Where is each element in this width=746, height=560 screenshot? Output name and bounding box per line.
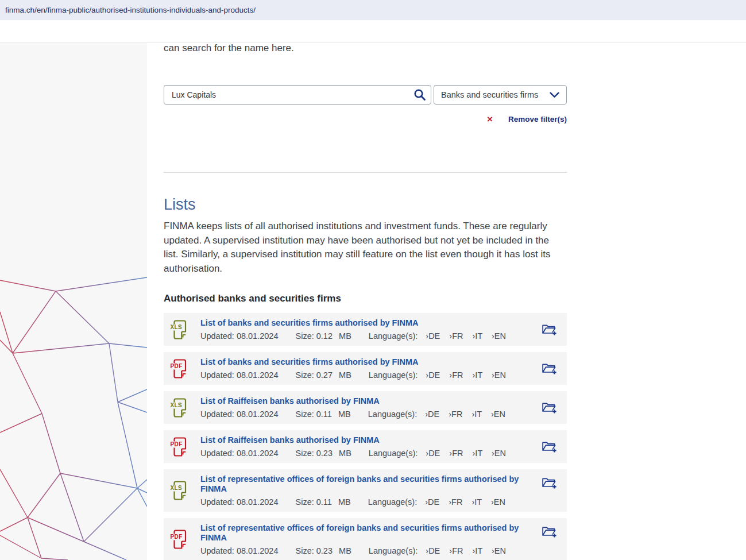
file-type-label: PDF — [171, 534, 183, 540]
pdf-file-icon: PDF — [170, 437, 188, 457]
search-button[interactable] — [411, 87, 429, 103]
size-value: 0.23 — [316, 449, 333, 458]
languages-label: Language(s): — [368, 497, 417, 507]
language-link-en[interactable]: ›EN — [492, 449, 506, 458]
language-link-fr[interactable]: ›FR — [449, 410, 462, 419]
size-unit: MB — [339, 370, 351, 380]
document-link[interactable]: List of representative offices of foreig… — [200, 474, 519, 494]
size-value: 0.12 — [316, 331, 333, 341]
file-list-item: PDF List of representative offices of fo… — [164, 518, 567, 560]
search-icon — [413, 88, 426, 101]
language-link-en[interactable]: ›EN — [492, 546, 506, 555]
updated-label: Updated: — [200, 497, 234, 507]
file-type-label: PDF — [171, 363, 183, 369]
file-type-label: XLS — [171, 485, 183, 491]
file-type-label: PDF — [171, 441, 183, 447]
file-list-item: PDF List of banks and securities firms a… — [164, 352, 567, 385]
folder-add-icon[interactable] — [542, 362, 556, 375]
file-list: XLS List of banks and securities firms a… — [164, 313, 567, 560]
size-unit: MB — [338, 497, 351, 507]
xls-file-icon: XLS — [170, 397, 188, 418]
folder-add-icon[interactable] — [542, 440, 556, 453]
decorative-network-graphic — [0, 276, 147, 560]
languages-label: Language(s): — [368, 410, 417, 419]
languages-label: Language(s): — [369, 449, 418, 458]
updated-label: Updated: — [200, 331, 234, 341]
updated-value: 08.01.2024 — [237, 331, 279, 341]
language-link-de[interactable]: ›DE — [426, 449, 440, 458]
document-link[interactable]: List of banks and securities firms autho… — [200, 318, 519, 328]
language-link-en[interactable]: ›EN — [492, 331, 506, 341]
updated-value: 08.01.2024 — [237, 370, 279, 380]
language-link-de[interactable]: ›DE — [425, 497, 439, 507]
chevron-down-icon — [550, 92, 559, 98]
language-link-it[interactable]: ›IT — [473, 331, 482, 341]
document-link[interactable]: List of representative offices of foreig… — [200, 523, 519, 543]
size-unit: MB — [338, 410, 351, 419]
size-label: Size: — [296, 497, 314, 507]
size-unit: MB — [339, 546, 351, 555]
file-meta: Updated: 08.01.2024 Size: 0.11 MB Langua… — [200, 410, 536, 419]
language-link-it[interactable]: ›IT — [473, 370, 482, 380]
language-link-fr[interactable]: ›FR — [449, 497, 462, 507]
file-meta: Updated: 08.01.2024 Size: 0.12 MB Langua… — [200, 331, 536, 341]
pdf-file-icon: PDF — [170, 529, 188, 550]
file-list-item: XLS List of banks and securities firms a… — [164, 313, 567, 346]
xls-file-icon: XLS — [170, 319, 188, 340]
document-link[interactable]: List of Raiffeisen banks authorised by F… — [200, 435, 519, 445]
search-field-wrap — [164, 85, 431, 105]
language-link-en[interactable]: ›EN — [491, 497, 505, 507]
language-link-it[interactable]: ›IT — [471, 410, 481, 419]
remove-filter-link[interactable]: Remove filter(s) — [508, 115, 567, 123]
size-label: Size: — [296, 331, 314, 341]
languages-label: Language(s): — [369, 370, 418, 380]
size-value: 0.11 — [316, 410, 332, 419]
size-value: 0.11 — [316, 497, 332, 507]
updated-value: 08.01.2024 — [237, 497, 279, 507]
language-link-de[interactable]: ›DE — [426, 370, 440, 380]
document-link[interactable]: List of Raiffeisen banks authorised by F… — [200, 396, 519, 406]
updated-value: 08.01.2024 — [237, 546, 279, 555]
filter-row: Banks and securities firms — [164, 85, 567, 105]
folder-add-icon[interactable] — [542, 323, 556, 336]
search-input[interactable] — [164, 85, 431, 105]
size-label: Size: — [296, 410, 314, 419]
folder-add-icon[interactable] — [542, 525, 556, 538]
language-link-it[interactable]: ›IT — [473, 449, 482, 458]
updated-label: Updated: — [200, 410, 234, 419]
file-meta: Updated: 08.01.2024 Size: 0.27 MB Langua… — [200, 370, 536, 380]
language-link-fr[interactable]: ›FR — [449, 546, 463, 555]
language-link-it[interactable]: ›IT — [473, 546, 482, 555]
size-label: Size: — [296, 449, 314, 458]
pdf-file-icon: PDF — [170, 358, 188, 379]
file-meta: Updated: 08.01.2024 Size: 0.23 MB Langua… — [200, 546, 536, 555]
language-link-it[interactable]: ›IT — [471, 497, 481, 507]
document-link[interactable]: List of banks and securities firms autho… — [200, 357, 519, 367]
language-link-de[interactable]: ›DE — [426, 331, 440, 341]
languages-label: Language(s): — [369, 546, 418, 555]
language-link-en[interactable]: ›EN — [492, 370, 506, 380]
folder-add-icon[interactable] — [542, 401, 556, 414]
intro-text: can search for the name here. — [164, 43, 294, 54]
remove-filter-row: × Remove filter(s) — [164, 114, 567, 124]
folder-add-icon[interactable] — [542, 476, 556, 489]
remove-filter-x-icon[interactable]: × — [487, 114, 493, 124]
language-link-de[interactable]: ›DE — [425, 410, 439, 419]
category-select[interactable]: Banks and securities firms — [434, 85, 567, 105]
file-type-label: XLS — [171, 402, 183, 408]
language-link-fr[interactable]: ›FR — [449, 449, 463, 458]
file-type-label: XLS — [171, 324, 183, 330]
language-link-de[interactable]: ›DE — [426, 546, 440, 555]
file-meta: Updated: 08.01.2024 Size: 0.23 MB Langua… — [200, 449, 536, 458]
size-unit: MB — [339, 449, 351, 458]
updated-value: 08.01.2024 — [237, 410, 279, 419]
language-link-fr[interactable]: ›FR — [449, 370, 463, 380]
category-select-value: Banks and securities firms — [441, 90, 538, 99]
language-link-fr[interactable]: ›FR — [449, 331, 463, 341]
language-link-en[interactable]: ›EN — [491, 410, 505, 419]
section-subheading: Authorised banks and securities firms — [164, 293, 341, 304]
section-divider — [164, 172, 567, 173]
updated-label: Updated: — [200, 546, 234, 555]
size-value: 0.23 — [316, 546, 333, 555]
file-meta: Updated: 08.01.2024 Size: 0.11 MB Langua… — [200, 497, 536, 507]
